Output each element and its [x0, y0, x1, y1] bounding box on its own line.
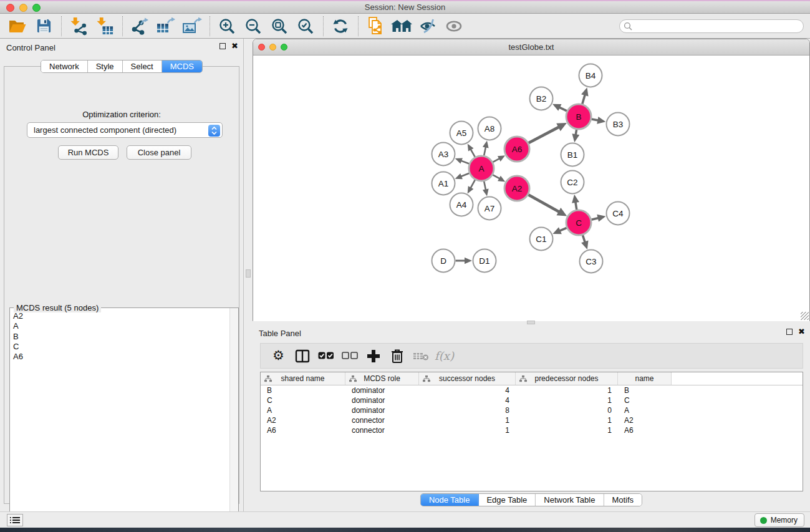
delete-table-button[interactable] — [410, 346, 431, 366]
table-cell[interactable]: 4 — [419, 396, 516, 405]
table-cell[interactable]: B — [618, 386, 672, 395]
graph-edge-A2-C[interactable] — [528, 195, 559, 211]
network-from-selection-button[interactable] — [364, 16, 387, 37]
table-row[interactable]: Bdominator41B — [261, 385, 803, 395]
gear-button[interactable]: ⚙ — [268, 346, 289, 366]
close-panel-icon[interactable]: ✖ — [231, 43, 238, 49]
network-minimize-button[interactable] — [269, 44, 276, 51]
table-cell[interactable]: 4 — [419, 386, 516, 395]
table-cell[interactable]: 1 — [516, 386, 618, 395]
open-file-button[interactable] — [6, 16, 29, 37]
deselect-all-button[interactable] — [339, 346, 360, 366]
graph-edge-A-A8[interactable] — [484, 147, 486, 156]
zoom-selected-button[interactable] — [294, 16, 317, 37]
graph-edge-A-A7[interactable] — [484, 181, 486, 190]
graph-edge-A-A4[interactable] — [471, 180, 475, 188]
apply-layout-button[interactable] — [329, 16, 352, 37]
function-builder-button[interactable]: f(x) — [434, 346, 455, 366]
table-cell[interactable]: 1 — [516, 426, 618, 435]
graph-edge-C-C1[interactable] — [560, 228, 567, 231]
tab-node-table[interactable]: Node Table — [421, 494, 479, 506]
table-cell[interactable]: 1 — [419, 426, 516, 435]
table-cell[interactable]: connector — [345, 426, 419, 435]
tab-motifs[interactable]: Motifs — [604, 494, 642, 506]
task-history-button[interactable] — [7, 514, 23, 526]
zoom-out-button[interactable] — [242, 16, 264, 37]
column-header-shared-name[interactable]: shared name — [261, 372, 345, 385]
result-list-item[interactable]: A6 — [11, 352, 229, 362]
tab-network-table[interactable]: Network Table — [536, 494, 604, 506]
select-all-button[interactable] — [316, 346, 336, 366]
graph-edge-A-A6[interactable] — [493, 158, 499, 162]
resize-grip-icon[interactable] — [801, 312, 809, 320]
graph-edge-C-C4[interactable] — [591, 218, 598, 220]
table-cell[interactable]: A6 — [261, 426, 345, 435]
table-row[interactable]: Cdominator41C — [261, 395, 803, 405]
network-zoom-button[interactable] — [281, 44, 287, 51]
result-scrollbar[interactable] — [229, 308, 238, 525]
table-cell[interactable]: 1 — [516, 416, 618, 425]
zoom-fit-button[interactable] — [268, 16, 291, 37]
table-cell[interactable]: dominator — [345, 386, 419, 395]
result-list-item[interactable]: A2 — [11, 311, 229, 321]
table-cell[interactable]: 8 — [419, 406, 516, 415]
graph-edge-C-C2[interactable] — [576, 202, 577, 210]
export-image-button[interactable] — [181, 16, 203, 37]
float-panel-icon[interactable] — [219, 43, 226, 49]
float-panel-icon[interactable] — [786, 329, 793, 335]
graph-edge-A-A5[interactable] — [471, 149, 475, 157]
graph-edge-A6-B[interactable] — [529, 127, 559, 143]
tab-style[interactable]: Style — [88, 60, 123, 72]
tab-network[interactable]: Network — [41, 60, 88, 72]
zoom-in-button[interactable] — [216, 16, 238, 37]
table-cell[interactable]: A2 — [618, 416, 672, 425]
column-header-MCDS-role[interactable]: MCDS role — [345, 372, 419, 385]
zoom-window-button[interactable] — [32, 4, 41, 12]
criterion-select[interactable]: largest connected component (directed) — [27, 122, 223, 138]
hide-selected-button[interactable] — [417, 16, 439, 37]
table-row[interactable]: Adominator80A — [261, 405, 803, 415]
table-cell[interactable]: C — [261, 396, 345, 405]
export-network-button[interactable] — [128, 16, 151, 37]
table-cell[interactable]: A — [618, 406, 672, 415]
tab-edge-table[interactable]: Edge Table — [478, 494, 536, 506]
table-cell[interactable]: connector — [345, 416, 419, 425]
graph-edge-A-A2[interactable] — [493, 175, 499, 178]
graph-edge-A-A3[interactable] — [461, 161, 469, 164]
search-input[interactable] — [619, 19, 804, 33]
graph-edge-C-C3[interactable] — [582, 235, 585, 242]
table-cell[interactable]: 1 — [419, 416, 516, 425]
table-cell[interactable]: A — [261, 406, 345, 415]
import-table-button[interactable] — [94, 16, 116, 37]
graph-edge-A-A1[interactable] — [461, 173, 469, 177]
columns-button[interactable] — [292, 346, 312, 366]
first-neighbors-button[interactable] — [390, 16, 413, 37]
export-table-button[interactable] — [155, 16, 177, 37]
delete-column-button[interactable] — [387, 346, 407, 366]
table-cell[interactable]: C — [618, 396, 672, 405]
save-session-button[interactable] — [32, 16, 55, 37]
table-cell[interactable]: A6 — [618, 426, 672, 435]
table-cell[interactable]: B — [261, 386, 345, 395]
table-row[interactable]: A2connector11A2 — [261, 415, 803, 425]
graph-edge-B-B1[interactable] — [576, 130, 576, 135]
table-cell[interactable]: 0 — [516, 406, 618, 415]
table-cell[interactable]: A2 — [261, 416, 345, 425]
vertical-splitter[interactable] — [244, 39, 253, 511]
table-cell[interactable]: dominator — [345, 406, 419, 415]
minimize-window-button[interactable] — [19, 4, 27, 12]
table-cell[interactable]: dominator — [345, 396, 419, 405]
graph-edge-B-B2[interactable] — [559, 107, 567, 111]
close-panel-button[interactable]: Close panel — [127, 145, 191, 160]
network-close-button[interactable] — [258, 44, 265, 51]
import-network-button[interactable] — [67, 16, 90, 37]
run-mcds-button[interactable]: Run MCDS — [58, 145, 118, 160]
table-row[interactable]: A6connector11A6 — [261, 425, 803, 435]
memory-button[interactable]: Memory — [755, 513, 804, 527]
close-window-button[interactable] — [6, 4, 14, 12]
add-column-button[interactable] — [363, 346, 383, 366]
table-cell[interactable]: 1 — [516, 396, 618, 405]
graph-edge-B-B3[interactable] — [592, 119, 599, 120]
column-header-name[interactable]: name — [618, 372, 672, 385]
result-list-item[interactable]: C — [11, 342, 229, 352]
